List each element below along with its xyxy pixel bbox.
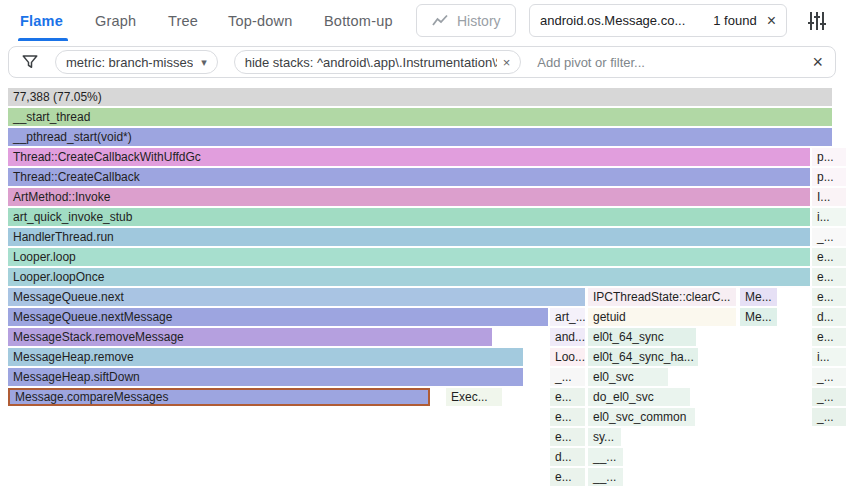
tab-bottom-up[interactable]: Bottom-up bbox=[324, 13, 393, 29]
flame-chart[interactable]: 77,388 (77.05%)__start_thread__pthread_s… bbox=[0, 88, 846, 492]
flame-bar[interactable]: e... bbox=[812, 288, 846, 306]
hide-stacks-filter-chip[interactable]: hide stacks: ^android\.app\.Instrumentat… bbox=[234, 50, 522, 74]
flame-bar[interactable]: _... bbox=[812, 228, 846, 246]
pivot-filter-input[interactable]: Add pivot or filter... bbox=[537, 55, 812, 70]
flame-bar[interactable]: p... bbox=[812, 148, 846, 166]
flame-bar[interactable]: Message.compareMessages bbox=[8, 388, 430, 406]
flame-bar[interactable]: __... bbox=[588, 468, 623, 486]
history-label: History bbox=[457, 13, 501, 29]
search-found-count: 1 found bbox=[713, 13, 756, 28]
profiler-page: Flame Graph Tree Top-down Bottom-up Hist… bbox=[0, 0, 846, 492]
flame-bar[interactable]: el0t_64_sync_ha... bbox=[588, 348, 698, 366]
search-clear-icon[interactable]: × bbox=[767, 13, 776, 29]
flame-bar[interactable]: Looper.loopOnce bbox=[8, 268, 810, 286]
flame-bar[interactable]: Looper.loop bbox=[8, 248, 810, 266]
flame-bar[interactable]: Me... bbox=[740, 288, 777, 306]
flame-bar[interactable]: Me... bbox=[740, 308, 777, 326]
tab-graph[interactable]: Graph bbox=[95, 13, 136, 29]
flame-bar[interactable]: Thread::CreateCallbackWithUffdGc bbox=[8, 148, 810, 166]
flame-bar[interactable]: sy... bbox=[588, 428, 621, 446]
flame-bar[interactable]: e... bbox=[812, 248, 846, 266]
flame-bar[interactable]: Thread::CreateCallback bbox=[8, 168, 810, 186]
flame-bar[interactable]: i... bbox=[812, 348, 846, 366]
tab-tree[interactable]: Tree bbox=[168, 13, 198, 29]
history-button[interactable]: History bbox=[416, 4, 516, 37]
chevron-down-icon[interactable]: ▾ bbox=[201, 56, 207, 69]
flame-bar[interactable]: e... bbox=[812, 268, 846, 286]
flame-bar[interactable]: art_... bbox=[550, 308, 585, 326]
flame-bar[interactable]: e... bbox=[550, 428, 585, 446]
flame-bar[interactable]: MessageHeap.remove bbox=[8, 348, 523, 366]
flame-bar[interactable]: MessageQueue.nextMessage bbox=[8, 308, 548, 326]
trend-line-icon bbox=[431, 12, 449, 30]
flame-bar[interactable]: el0t_64_sync bbox=[588, 328, 696, 346]
flame-bar[interactable]: __... bbox=[588, 448, 623, 466]
filter-bar: metric: branch-misses ▾ hide stacks: ^an… bbox=[8, 46, 836, 78]
flame-bar[interactable]: _... bbox=[812, 408, 846, 426]
tab-top-down[interactable]: Top-down bbox=[228, 13, 292, 29]
flame-bar[interactable]: e... bbox=[812, 328, 846, 346]
hide-stacks-chip-label: hide stacks: ^android\.app\.Instrumentat… bbox=[245, 55, 497, 70]
metric-filter-chip[interactable]: metric: branch-misses ▾ bbox=[55, 50, 218, 74]
flame-bar[interactable]: Exec... bbox=[446, 388, 502, 406]
flame-bar[interactable]: e... bbox=[550, 468, 585, 486]
flame-bar[interactable]: p... bbox=[812, 168, 846, 186]
flame-bar[interactable]: d... bbox=[812, 308, 846, 326]
flame-bar[interactable]: i... bbox=[812, 208, 846, 226]
header: Flame Graph Tree Top-down Bottom-up Hist… bbox=[0, 0, 846, 44]
flame-bar[interactable]: IPCThreadState::clearC... bbox=[588, 288, 736, 306]
flame-bar[interactable]: art_quick_invoke_stub bbox=[8, 208, 810, 226]
flame-bar[interactable]: e... bbox=[550, 408, 585, 426]
flame-bar[interactable]: __pthread_start(void*) bbox=[8, 128, 832, 146]
flame-bar[interactable]: e... bbox=[550, 388, 585, 406]
tune-sliders-icon[interactable] bbox=[805, 9, 829, 33]
metric-chip-label: metric: branch-misses bbox=[66, 55, 193, 70]
flame-bar[interactable]: MessageStack.removeMessage bbox=[8, 328, 492, 346]
filterbar-clear-icon[interactable]: × bbox=[812, 53, 823, 71]
flame-bar[interactable]: HandlerThread.run bbox=[8, 228, 810, 246]
flame-bar[interactable]: __start_thread bbox=[8, 108, 832, 126]
flame-bar[interactable]: getuid bbox=[588, 308, 736, 326]
flame-bar[interactable]: do_el0_svc bbox=[588, 388, 690, 406]
tab-flame[interactable]: Flame bbox=[20, 13, 63, 29]
search-box[interactable]: android.os.Message.co... 1 found × bbox=[529, 4, 787, 37]
flame-bar[interactable]: _... bbox=[550, 368, 585, 386]
flame-bar[interactable]: _... bbox=[812, 388, 846, 406]
flame-bar[interactable]: MessageQueue.next bbox=[8, 288, 585, 306]
flame-bar[interactable]: ArtMethod::Invoke bbox=[8, 188, 810, 206]
active-tab-underline bbox=[18, 38, 68, 41]
flame-bar[interactable]: el0_svc bbox=[588, 368, 668, 386]
flame-bar[interactable]: Loo... bbox=[550, 348, 585, 366]
flame-bar[interactable]: and... bbox=[550, 328, 585, 346]
flame-bar[interactable]: d... bbox=[550, 448, 585, 466]
funnel-icon bbox=[21, 53, 39, 71]
chip-remove-icon[interactable]: × bbox=[503, 55, 511, 70]
flame-bar[interactable]: I... bbox=[812, 188, 846, 206]
search-input[interactable]: android.os.Message.co... bbox=[540, 13, 705, 28]
flame-bar[interactable]: 77,388 (77.05%) bbox=[8, 88, 832, 106]
flame-bar[interactable]: _... bbox=[812, 368, 846, 386]
flame-bar[interactable]: el0_svc_common bbox=[588, 408, 695, 426]
flame-bar[interactable]: MessageHeap.siftDown bbox=[8, 368, 523, 386]
